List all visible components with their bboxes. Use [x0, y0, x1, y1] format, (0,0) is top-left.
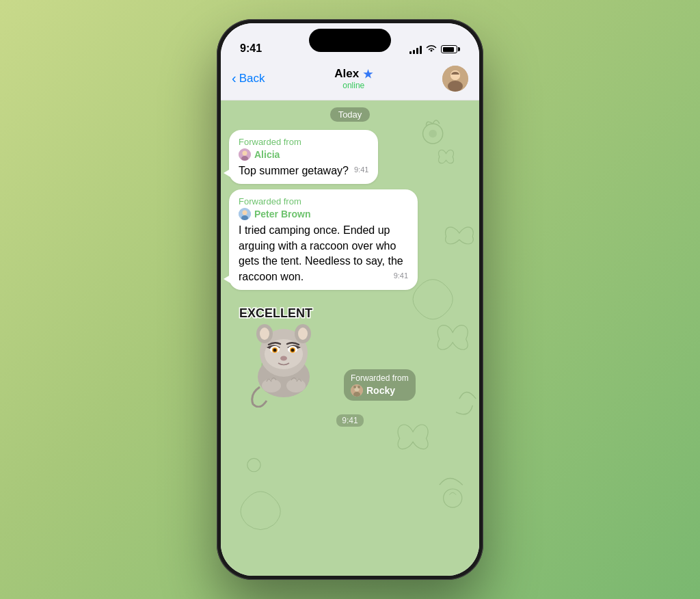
status-time: 9:41 — [240, 42, 262, 55]
svg-point-2 — [448, 81, 463, 92]
message-text-1: Top summer getaway? 9:41 — [239, 165, 349, 176]
svg-point-31 — [273, 348, 277, 351]
star-icon: ★ — [363, 68, 373, 81]
back-chevron-icon: ‹ — [232, 70, 237, 86]
contact-status: online — [334, 81, 373, 90]
forward-label-2: Forwarded from — [239, 196, 408, 207]
forwarded-sticker-bubble: Forwarded from Rocky — [344, 369, 416, 401]
rocky-avatar — [351, 384, 363, 397]
svg-point-38 — [353, 386, 356, 388]
message-time-2: 9:41 — [394, 271, 408, 281]
nav-title: Alex ★ — [334, 67, 373, 81]
svg-point-12 — [444, 489, 462, 507]
svg-point-33 — [280, 356, 287, 360]
nav-center: Alex ★ online — [334, 67, 373, 90]
chat-area: Today Forwarded from Alicia Top summe — [221, 101, 479, 576]
forwarded-sticker-label: Forwarded from — [351, 373, 409, 383]
status-icons — [409, 44, 460, 55]
wifi-icon — [426, 44, 437, 55]
nav-bar: ‹ Back Alex ★ online — [221, 60, 479, 101]
dynamic-island — [309, 29, 391, 52]
svg-point-11 — [247, 458, 260, 471]
forwarded-sticker-user: Rocky — [351, 384, 409, 397]
svg-point-17 — [243, 211, 247, 215]
rocky-name: Rocky — [366, 385, 395, 396]
date-badge: Today — [330, 107, 371, 122]
message-time-1: 9:41 — [354, 165, 368, 175]
svg-point-39 — [358, 386, 360, 388]
message-bubble-2: Forwarded from Peter Brown I tried campi… — [229, 189, 418, 290]
raccoon-sticker: EXCELLENT — [229, 298, 338, 408]
sticker-time: 9:41 — [336, 414, 363, 427]
peter-avatar — [239, 208, 251, 220]
battery-icon — [441, 45, 460, 53]
phone-screen: 9:41 — [221, 23, 479, 576]
forward-label-1: Forwarded from — [239, 137, 368, 147]
svg-point-35 — [286, 379, 306, 392]
sticker-row: EXCELLENT — [229, 298, 471, 408]
svg-point-5 — [429, 130, 437, 138]
svg-point-23 — [260, 328, 269, 340]
phone-frame: 9:41 — [217, 19, 483, 580]
sticker-area: EXCELLENT — [229, 298, 338, 408]
svg-point-14 — [243, 151, 247, 156]
message-text-2: I tried camping once. Ended up arguing w… — [239, 223, 408, 284]
contact-avatar[interactable] — [442, 66, 468, 92]
peter-name: Peter Brown — [254, 209, 310, 219]
back-label: Back — [239, 72, 265, 85]
forward-user-1: Alicia — [239, 148, 368, 161]
svg-text:EXCELLENT: EXCELLENT — [239, 306, 312, 320]
svg-point-4 — [423, 124, 443, 144]
back-button[interactable]: ‹ Back — [232, 71, 265, 86]
svg-point-25 — [298, 328, 308, 340]
alicia-name: Alicia — [254, 149, 280, 160]
message-bubble-1: Forwarded from Alicia Top summer getaway… — [229, 130, 378, 184]
contact-name: Alex — [334, 67, 359, 81]
svg-point-32 — [291, 348, 295, 351]
alicia-avatar — [239, 148, 251, 161]
signal-icon — [409, 44, 422, 54]
forward-user-2: Peter Brown — [239, 208, 408, 220]
